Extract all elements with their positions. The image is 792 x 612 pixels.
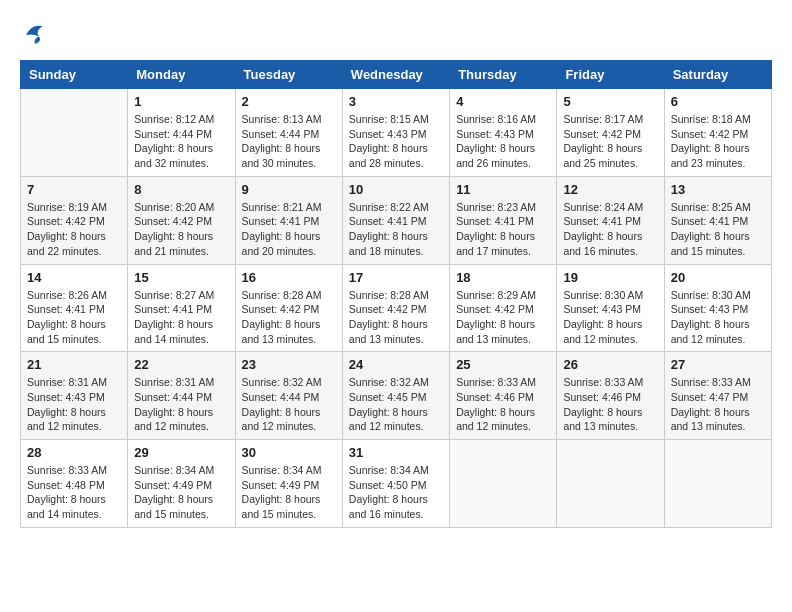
calendar-week-row: 14Sunrise: 8:26 AMSunset: 4:41 PMDayligh… <box>21 264 772 352</box>
day-info: Sunrise: 8:25 AMSunset: 4:41 PMDaylight:… <box>671 200 765 259</box>
day-number: 14 <box>27 270 121 285</box>
day-number: 25 <box>456 357 550 372</box>
calendar-cell: 15Sunrise: 8:27 AMSunset: 4:41 PMDayligh… <box>128 264 235 352</box>
logo-icon <box>20 20 50 50</box>
calendar-cell: 29Sunrise: 8:34 AMSunset: 4:49 PMDayligh… <box>128 440 235 528</box>
calendar-cell: 12Sunrise: 8:24 AMSunset: 4:41 PMDayligh… <box>557 176 664 264</box>
weekday-header-thursday: Thursday <box>450 61 557 89</box>
day-number: 29 <box>134 445 228 460</box>
day-number: 20 <box>671 270 765 285</box>
calendar-cell: 18Sunrise: 8:29 AMSunset: 4:42 PMDayligh… <box>450 264 557 352</box>
day-number: 12 <box>563 182 657 197</box>
calendar-week-row: 21Sunrise: 8:31 AMSunset: 4:43 PMDayligh… <box>21 352 772 440</box>
calendar-cell: 6Sunrise: 8:18 AMSunset: 4:42 PMDaylight… <box>664 89 771 177</box>
calendar-cell <box>450 440 557 528</box>
day-number: 16 <box>242 270 336 285</box>
calendar-cell: 7Sunrise: 8:19 AMSunset: 4:42 PMDaylight… <box>21 176 128 264</box>
day-number: 7 <box>27 182 121 197</box>
calendar-week-row: 1Sunrise: 8:12 AMSunset: 4:44 PMDaylight… <box>21 89 772 177</box>
day-info: Sunrise: 8:18 AMSunset: 4:42 PMDaylight:… <box>671 112 765 171</box>
weekday-header-wednesday: Wednesday <box>342 61 449 89</box>
day-number: 27 <box>671 357 765 372</box>
weekday-header-sunday: Sunday <box>21 61 128 89</box>
calendar-week-row: 28Sunrise: 8:33 AMSunset: 4:48 PMDayligh… <box>21 440 772 528</box>
day-info: Sunrise: 8:29 AMSunset: 4:42 PMDaylight:… <box>456 288 550 347</box>
weekday-header-monday: Monday <box>128 61 235 89</box>
day-number: 17 <box>349 270 443 285</box>
day-info: Sunrise: 8:26 AMSunset: 4:41 PMDaylight:… <box>27 288 121 347</box>
day-info: Sunrise: 8:16 AMSunset: 4:43 PMDaylight:… <box>456 112 550 171</box>
day-info: Sunrise: 8:12 AMSunset: 4:44 PMDaylight:… <box>134 112 228 171</box>
calendar-cell: 17Sunrise: 8:28 AMSunset: 4:42 PMDayligh… <box>342 264 449 352</box>
weekday-header-tuesday: Tuesday <box>235 61 342 89</box>
day-info: Sunrise: 8:30 AMSunset: 4:43 PMDaylight:… <box>671 288 765 347</box>
day-info: Sunrise: 8:28 AMSunset: 4:42 PMDaylight:… <box>349 288 443 347</box>
calendar-cell: 8Sunrise: 8:20 AMSunset: 4:42 PMDaylight… <box>128 176 235 264</box>
calendar-cell: 26Sunrise: 8:33 AMSunset: 4:46 PMDayligh… <box>557 352 664 440</box>
day-info: Sunrise: 8:34 AMSunset: 4:49 PMDaylight:… <box>134 463 228 522</box>
calendar-cell: 21Sunrise: 8:31 AMSunset: 4:43 PMDayligh… <box>21 352 128 440</box>
weekday-header-row: SundayMondayTuesdayWednesdayThursdayFrid… <box>21 61 772 89</box>
calendar-cell: 9Sunrise: 8:21 AMSunset: 4:41 PMDaylight… <box>235 176 342 264</box>
weekday-header-friday: Friday <box>557 61 664 89</box>
day-number: 10 <box>349 182 443 197</box>
day-number: 19 <box>563 270 657 285</box>
day-number: 1 <box>134 94 228 109</box>
calendar-cell: 16Sunrise: 8:28 AMSunset: 4:42 PMDayligh… <box>235 264 342 352</box>
calendar-cell: 19Sunrise: 8:30 AMSunset: 4:43 PMDayligh… <box>557 264 664 352</box>
calendar-cell: 3Sunrise: 8:15 AMSunset: 4:43 PMDaylight… <box>342 89 449 177</box>
calendar-cell: 28Sunrise: 8:33 AMSunset: 4:48 PMDayligh… <box>21 440 128 528</box>
calendar-cell: 10Sunrise: 8:22 AMSunset: 4:41 PMDayligh… <box>342 176 449 264</box>
day-info: Sunrise: 8:34 AMSunset: 4:49 PMDaylight:… <box>242 463 336 522</box>
day-number: 8 <box>134 182 228 197</box>
day-info: Sunrise: 8:13 AMSunset: 4:44 PMDaylight:… <box>242 112 336 171</box>
day-info: Sunrise: 8:31 AMSunset: 4:43 PMDaylight:… <box>27 375 121 434</box>
calendar-cell: 11Sunrise: 8:23 AMSunset: 4:41 PMDayligh… <box>450 176 557 264</box>
day-info: Sunrise: 8:31 AMSunset: 4:44 PMDaylight:… <box>134 375 228 434</box>
day-number: 23 <box>242 357 336 372</box>
calendar-week-row: 7Sunrise: 8:19 AMSunset: 4:42 PMDaylight… <box>21 176 772 264</box>
calendar-cell: 5Sunrise: 8:17 AMSunset: 4:42 PMDaylight… <box>557 89 664 177</box>
calendar-cell: 13Sunrise: 8:25 AMSunset: 4:41 PMDayligh… <box>664 176 771 264</box>
day-info: Sunrise: 8:17 AMSunset: 4:42 PMDaylight:… <box>563 112 657 171</box>
day-info: Sunrise: 8:27 AMSunset: 4:41 PMDaylight:… <box>134 288 228 347</box>
day-info: Sunrise: 8:22 AMSunset: 4:41 PMDaylight:… <box>349 200 443 259</box>
day-number: 22 <box>134 357 228 372</box>
day-number: 26 <box>563 357 657 372</box>
calendar-cell: 14Sunrise: 8:26 AMSunset: 4:41 PMDayligh… <box>21 264 128 352</box>
calendar-cell: 31Sunrise: 8:34 AMSunset: 4:50 PMDayligh… <box>342 440 449 528</box>
calendar-cell: 30Sunrise: 8:34 AMSunset: 4:49 PMDayligh… <box>235 440 342 528</box>
day-number: 3 <box>349 94 443 109</box>
day-number: 2 <box>242 94 336 109</box>
day-info: Sunrise: 8:32 AMSunset: 4:44 PMDaylight:… <box>242 375 336 434</box>
calendar-cell: 2Sunrise: 8:13 AMSunset: 4:44 PMDaylight… <box>235 89 342 177</box>
calendar-cell: 1Sunrise: 8:12 AMSunset: 4:44 PMDaylight… <box>128 89 235 177</box>
day-info: Sunrise: 8:33 AMSunset: 4:48 PMDaylight:… <box>27 463 121 522</box>
calendar-cell: 22Sunrise: 8:31 AMSunset: 4:44 PMDayligh… <box>128 352 235 440</box>
day-info: Sunrise: 8:19 AMSunset: 4:42 PMDaylight:… <box>27 200 121 259</box>
day-info: Sunrise: 8:21 AMSunset: 4:41 PMDaylight:… <box>242 200 336 259</box>
calendar-cell <box>557 440 664 528</box>
calendar-cell: 24Sunrise: 8:32 AMSunset: 4:45 PMDayligh… <box>342 352 449 440</box>
day-number: 13 <box>671 182 765 197</box>
day-number: 24 <box>349 357 443 372</box>
weekday-header-saturday: Saturday <box>664 61 771 89</box>
day-info: Sunrise: 8:34 AMSunset: 4:50 PMDaylight:… <box>349 463 443 522</box>
calendar-cell: 23Sunrise: 8:32 AMSunset: 4:44 PMDayligh… <box>235 352 342 440</box>
day-info: Sunrise: 8:28 AMSunset: 4:42 PMDaylight:… <box>242 288 336 347</box>
day-info: Sunrise: 8:33 AMSunset: 4:47 PMDaylight:… <box>671 375 765 434</box>
day-number: 4 <box>456 94 550 109</box>
calendar-cell: 20Sunrise: 8:30 AMSunset: 4:43 PMDayligh… <box>664 264 771 352</box>
day-info: Sunrise: 8:24 AMSunset: 4:41 PMDaylight:… <box>563 200 657 259</box>
day-number: 15 <box>134 270 228 285</box>
day-number: 5 <box>563 94 657 109</box>
calendar-table: SundayMondayTuesdayWednesdayThursdayFrid… <box>20 60 772 528</box>
day-number: 21 <box>27 357 121 372</box>
day-info: Sunrise: 8:23 AMSunset: 4:41 PMDaylight:… <box>456 200 550 259</box>
day-info: Sunrise: 8:33 AMSunset: 4:46 PMDaylight:… <box>456 375 550 434</box>
calendar-cell: 4Sunrise: 8:16 AMSunset: 4:43 PMDaylight… <box>450 89 557 177</box>
page-header <box>20 20 772 50</box>
logo <box>20 20 54 50</box>
day-info: Sunrise: 8:32 AMSunset: 4:45 PMDaylight:… <box>349 375 443 434</box>
day-number: 9 <box>242 182 336 197</box>
